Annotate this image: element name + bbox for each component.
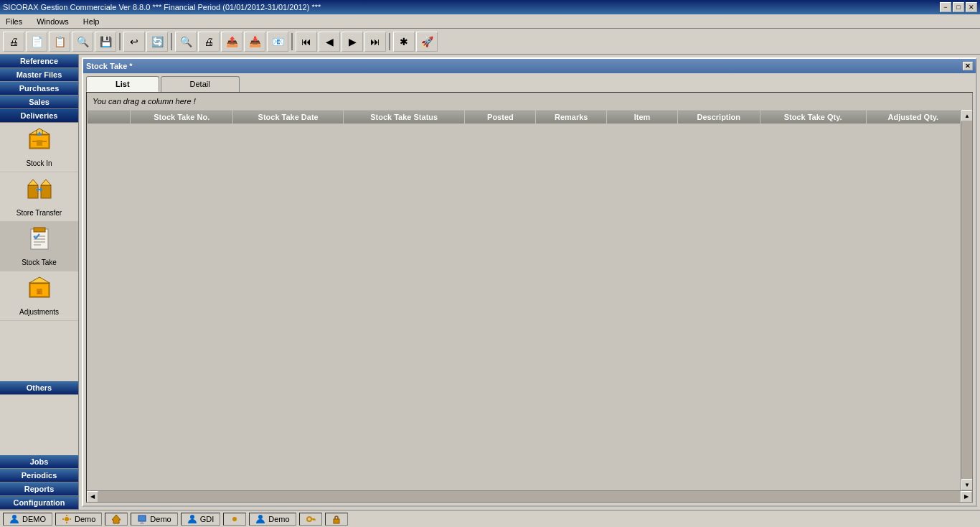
refresh-button[interactable]: 🔄 [146, 32, 168, 52]
scroll-left-button[interactable]: ◀ [87, 491, 98, 503]
restore-button[interactable]: □ [953, 2, 964, 12]
status-demo2: Demo [249, 513, 296, 526]
tab-detail[interactable]: Detail [161, 76, 240, 92]
sidebar-category-reference[interactable]: Reference [0, 55, 78, 68]
table-and-scroll: Stock Take No. Stock Take Date Stock Tak… [87, 110, 972, 490]
status-home [105, 513, 128, 526]
import-button[interactable]: 📥 [244, 32, 265, 52]
tab-list[interactable]: List [86, 76, 159, 92]
svg-point-28 [65, 517, 69, 521]
svg-marker-12 [41, 179, 51, 185]
minimize-button[interactable]: − [940, 2, 951, 12]
save-button[interactable]: 💾 [95, 32, 116, 52]
sidebar-category-sales[interactable]: Sales [0, 95, 78, 109]
close-button[interactable]: ✕ [966, 2, 977, 12]
toolbar: 🖨 📄 📋 🔍 💾 ↩ 🔄 🔍 🖨 📤 📥 📧 ⏮ ◀ ▶ ⏭ ✱ 🚀 [0, 29, 980, 55]
prev-button[interactable]: ◀ [319, 32, 340, 52]
col-stock-take-qty[interactable]: Stock Take Qty. [760, 111, 866, 124]
sidebar-category-purchases[interactable]: Purchases [0, 82, 78, 95]
stock-in-icon [27, 127, 52, 158]
col-description[interactable]: Description [678, 111, 760, 124]
svg-rect-30 [138, 516, 146, 521]
horizontal-scrollbar[interactable]: ◀ ▶ [87, 490, 972, 502]
run-button[interactable]: 🚀 [416, 32, 438, 52]
svg-point-35 [258, 515, 263, 519]
sidebar-category-master-files[interactable]: Master Files [0, 68, 78, 82]
col-selector [88, 111, 131, 124]
menu-bar: Files Windows Help [0, 14, 980, 29]
svg-point-27 [12, 515, 17, 519]
last-button[interactable]: ⏭ [364, 32, 386, 52]
home-icon [111, 514, 121, 524]
col-item[interactable]: Item [607, 111, 678, 124]
svg-rect-5 [37, 140, 42, 146]
sidebar-spacer2 [0, 395, 78, 455]
sep2 [171, 33, 172, 50]
status-demo-label: Demo [150, 515, 171, 523]
col-stock-take-date[interactable]: Stock Take Date [233, 111, 343, 124]
zoom-button[interactable]: 🔍 [175, 32, 197, 52]
svg-marker-11 [28, 179, 38, 185]
svg-rect-17 [34, 228, 45, 232]
menu-files[interactable]: Files [3, 16, 25, 27]
sidebar-item-adjustments[interactable]: ± Adjustments [0, 271, 78, 321]
title-bar: SICORAX Gestion Commerciale Ver 8.8.0 **… [0, 0, 980, 14]
menu-windows[interactable]: Windows [34, 16, 72, 27]
status-demo: Demo [131, 513, 177, 526]
svg-rect-9 [28, 185, 38, 198]
sidebar-category-others[interactable]: Others [0, 381, 78, 395]
undo-button[interactable]: ↩ [123, 32, 145, 52]
col-adjusted-qty[interactable]: Adjusted Qty. [866, 111, 960, 124]
mdi-title: Stock Take * [86, 62, 133, 70]
new-doc-button[interactable]: 🖨 [3, 32, 24, 52]
mdi-window: Stock Take * ✕ List Detail You can drag … [82, 57, 977, 507]
export-button[interactable]: 📤 [221, 32, 242, 52]
open-button[interactable]: 📄 [26, 32, 47, 52]
col-remarks[interactable]: Remarks [536, 111, 607, 124]
col-stock-take-status[interactable]: Stock Take Status [343, 111, 465, 124]
gear-icon [62, 514, 72, 524]
print-button[interactable]: 🖨 [198, 32, 220, 52]
sidebar-category-deliveries[interactable]: Deliveries [0, 109, 78, 123]
sidebar-category-reports[interactable]: Reports [0, 482, 78, 496]
drag-hint: You can drag a column here ! [87, 93, 972, 110]
status-lock [325, 513, 348, 526]
status-gdi: GDI [181, 513, 221, 526]
mdi-close-button[interactable]: ✕ [963, 62, 973, 70]
key-icon [306, 514, 316, 524]
col-stock-take-no[interactable]: Stock Take No. [131, 111, 233, 124]
settings-icon [230, 514, 240, 524]
next-button[interactable]: ▶ [341, 32, 363, 52]
email-button[interactable]: 📧 [267, 32, 288, 52]
sidebar-label-store-transfer: Store Transfer [17, 209, 62, 217]
svg-point-36 [307, 517, 311, 521]
scroll-right-button[interactable]: ▶ [961, 491, 972, 503]
monitor-icon [137, 514, 147, 524]
table-scroll-area[interactable]: Stock Take No. Stock Take Date Stock Tak… [87, 110, 961, 490]
menu-help[interactable]: Help [80, 16, 103, 27]
svg-marker-29 [112, 515, 121, 523]
sidebar-category-periodics[interactable]: Periodics [0, 469, 78, 482]
scroll-down-button[interactable]: ▼ [961, 479, 972, 490]
delete-button[interactable]: 🔍 [72, 32, 93, 52]
person-icon [187, 514, 197, 524]
tools-button[interactable]: ✱ [393, 32, 415, 52]
mdi-titlebar: Stock Take * ✕ [83, 59, 976, 73]
sidebar-spacer [0, 321, 78, 381]
svg-point-33 [190, 515, 194, 519]
copy-button[interactable]: 📋 [49, 32, 70, 52]
sidebar-category-configuration[interactable]: Configuration [0, 496, 78, 510]
vertical-scrollbar[interactable]: ▲ ▼ [961, 110, 972, 490]
scroll-up-button[interactable]: ▲ [961, 110, 972, 121]
h-scroll-track[interactable] [98, 491, 961, 502]
sidebar-item-store-transfer[interactable]: Store Transfer [0, 172, 78, 222]
scroll-track[interactable] [961, 121, 972, 479]
status-gdi-label: GDI [200, 515, 215, 523]
sidebar-category-jobs[interactable]: Jobs [0, 455, 78, 469]
sidebar-item-stock-in[interactable]: Stock In [0, 123, 78, 172]
first-button[interactable]: ⏮ [296, 32, 317, 52]
sidebar-item-stock-take[interactable]: Stock Take [0, 222, 78, 271]
svg-text:±: ± [37, 289, 41, 295]
col-posted[interactable]: Posted [465, 111, 536, 124]
sep3 [291, 33, 293, 50]
